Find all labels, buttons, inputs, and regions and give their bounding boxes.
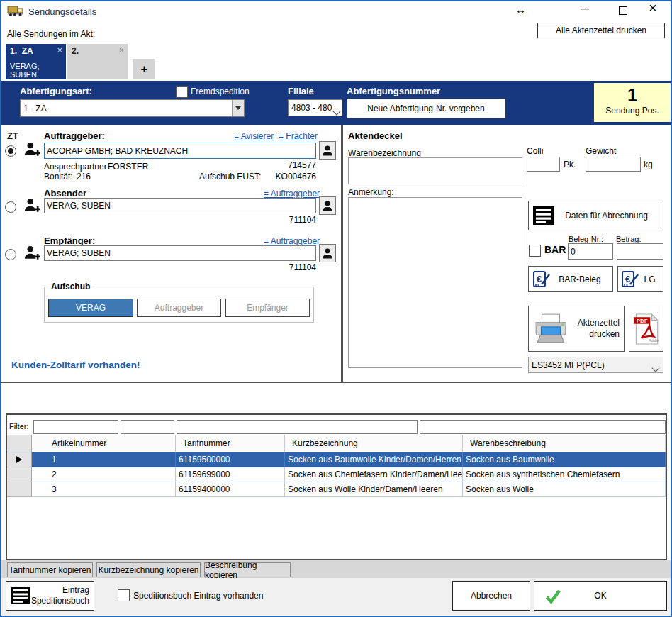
cell-warenbeschreibung[interactable]: Socken aus Wolle <box>463 482 666 497</box>
shipment-tab-1[interactable]: 1. ZA × VERAG; SUBEN <box>6 44 66 79</box>
daten-abrechnung-button[interactable]: Daten für Abrechnung <box>528 201 663 230</box>
maximize-icon[interactable] <box>619 6 627 15</box>
empfaenger-auftraggeber-link[interactable]: = Auftraggeber <box>264 236 320 246</box>
tab1-close-icon[interactable]: × <box>57 45 62 55</box>
sendung-pos-count: 1 <box>594 84 671 106</box>
auftraggeber-person-button[interactable] <box>319 141 336 160</box>
fraechter-link[interactable]: = Frächter <box>279 131 318 141</box>
betrag-input[interactable] <box>617 243 663 260</box>
euro-document-icon: € <box>532 270 551 289</box>
gewicht-unit: kg <box>644 160 653 170</box>
aufschub-empfaenger-button[interactable]: Empfänger <box>225 299 310 317</box>
print-all-aktenzettel-button[interactable]: Alle Aktenzettel drucken <box>537 23 665 38</box>
cell-artikelnummer[interactable]: 3 <box>32 482 176 497</box>
filter-warenbeschreibung-input[interactable] <box>420 420 666 434</box>
bar-beleg-button[interactable]: € BAR-Beleg <box>528 266 613 292</box>
row-header-cell[interactable] <box>7 452 32 467</box>
ok-button[interactable]: OK <box>534 581 667 611</box>
avisierer-link[interactable]: = Avisierer <box>234 131 274 141</box>
bar-beleg-label: BAR-Beleg <box>551 274 609 284</box>
cancel-button[interactable]: Abbrechen <box>452 581 530 611</box>
cell-tarifnummer[interactable]: 61159400000 <box>176 482 285 497</box>
table-row[interactable]: 3 61159400000 Socken aus Wolle Kinder/Da… <box>7 482 666 497</box>
gewicht-input[interactable] <box>586 157 641 172</box>
filter-tarifnummer-input[interactable] <box>121 420 174 434</box>
auftraggeber-number: 714577 <box>245 160 316 171</box>
copy-kurzbezeichnung-button[interactable]: Kurzbezeichnung kopieren <box>96 562 201 577</box>
copy-tarifnummer-button[interactable]: Tarifnummer kopieren <box>7 562 93 577</box>
add-person-icon[interactable] <box>23 197 41 213</box>
chevron-down-icon[interactable] <box>649 360 663 371</box>
aktendeckel-title: Aktendeckel <box>348 130 403 142</box>
aufschub-verag-button[interactable]: VERAG <box>48 299 133 317</box>
auftraggeber-label: Auftraggeber: <box>44 130 105 142</box>
aktenzettel-drucken-button[interactable]: Aktenzettel drucken <box>528 306 625 352</box>
pdf-export-button[interactable]: PDF Adobe <box>629 306 663 352</box>
aktenzettel-label-line1: Aktenzettel <box>578 318 620 328</box>
resize-icon[interactable]: ↔ <box>515 4 526 16</box>
zt-label: ZT <box>7 130 18 142</box>
aktenzettel-label-line2: drucken <box>589 329 620 339</box>
anmerkung-textarea[interactable] <box>348 197 522 368</box>
printer-select[interactable]: ES3452 MFP(PCL) <box>528 357 663 373</box>
empfaenger-radio[interactable] <box>5 249 16 260</box>
beleg-nr-input[interactable] <box>568 243 613 260</box>
absender-person-button[interactable] <box>319 196 336 215</box>
cell-artikelnummer[interactable]: 1 <box>32 452 176 467</box>
column-header-tarifnummer[interactable]: Tarifnummer <box>176 435 285 452</box>
aufschub-eust-label: Aufschub EUST: <box>199 172 261 182</box>
absender-auftraggeber-link[interactable]: = Auftraggeber <box>264 189 320 199</box>
filter-kurzbezeichnung-input[interactable] <box>177 420 418 434</box>
column-header-artikelnummer[interactable]: Artikelnummer <box>32 435 176 452</box>
tab2-close-icon[interactable]: × <box>118 45 124 55</box>
printer-icon <box>533 313 569 345</box>
add-shipment-tab-button[interactable]: + <box>133 59 155 79</box>
panel-divider <box>341 125 343 382</box>
add-person-icon[interactable] <box>23 245 41 261</box>
column-header-kurzbezeichnung[interactable]: Kurzbezeichnung <box>285 435 463 452</box>
combo-arrow-icon[interactable] <box>232 100 244 116</box>
row-header-cell[interactable] <box>7 482 32 497</box>
footer-bar: Eintrag Speditionsbuch Speditionsbuch Ei… <box>1 578 671 616</box>
grid-header-row: Artikelnummer Tarifnummer Kurzbezeichnun… <box>7 435 666 452</box>
auftraggeber-radio[interactable] <box>5 145 16 157</box>
chevron-down-icon[interactable] <box>332 102 342 114</box>
new-abfertigungsnummer-button[interactable]: Neue Abfertigung-Nr. vergeben <box>347 99 505 118</box>
row-header-cell[interactable] <box>7 467 32 482</box>
cell-kurzbezeichnung[interactable]: Socken aus Wolle Kinder/Damen/Heeren <box>285 482 463 497</box>
table-row[interactable]: 2 61159699000 Socken aus Chemiefasern Ki… <box>7 467 666 482</box>
ok-label: OK <box>594 591 606 601</box>
close-icon[interactable]: × <box>649 0 657 16</box>
row-marker-icon <box>16 456 22 463</box>
cell-tarifnummer[interactable]: 61159699000 <box>176 467 285 482</box>
shipment-tab-2[interactable]: 2. × <box>67 44 128 79</box>
eintrag-speditionsbuch-button[interactable]: Eintrag Speditionsbuch <box>6 581 94 611</box>
empfaenger-person-button[interactable] <box>319 244 336 262</box>
add-person-icon[interactable] <box>23 141 41 157</box>
filter-artikelnummer-input[interactable] <box>33 420 118 434</box>
cell-kurzbezeichnung[interactable]: Socken aus Baumwolle Kinder/Damen/Herren <box>285 452 463 467</box>
minimize-icon[interactable]: – <box>581 0 589 16</box>
empfaenger-input[interactable] <box>44 245 316 261</box>
aufschub-auftraggeber-button[interactable]: Auftraggeber <box>137 299 221 317</box>
table-row[interactable]: 1 61159500000 Socken aus Baumwolle Kinde… <box>7 452 666 467</box>
bar-checkbox[interactable] <box>529 245 541 257</box>
absender-radio[interactable] <box>5 201 16 213</box>
euro-document-icon: € <box>621 270 639 289</box>
cell-warenbeschreibung[interactable]: Socken aus Baumwolle <box>463 452 666 467</box>
copy-beschreibung-button[interactable]: Beschreibung kopieren <box>204 562 291 577</box>
filiale-select[interactable]: 4803 - 480 <box>288 99 342 116</box>
speditionsbuch-checkbox[interactable] <box>118 589 130 601</box>
fremdspedition-checkbox[interactable] <box>176 86 188 98</box>
abfertigungsart-select[interactable]: 1 - ZA <box>20 99 245 117</box>
cell-tarifnummer[interactable]: 61159500000 <box>176 452 285 467</box>
cell-kurzbezeichnung[interactable]: Socken aus Chemiefasern Kinder/Damen/Hee… <box>285 467 463 482</box>
cell-artikelnummer[interactable]: 2 <box>32 467 176 482</box>
column-header-warenbeschreibung[interactable]: Warenbeschreibung <box>463 435 666 452</box>
warenbezeichnung-textarea[interactable] <box>348 157 522 184</box>
lg-button[interactable]: € LG <box>617 266 663 292</box>
absender-input[interactable] <box>44 198 316 213</box>
auftraggeber-input[interactable] <box>44 143 316 159</box>
colli-input[interactable] <box>527 157 560 172</box>
cell-warenbeschreibung[interactable]: Socken aus synthetischen Chemiefasern <box>463 467 666 482</box>
